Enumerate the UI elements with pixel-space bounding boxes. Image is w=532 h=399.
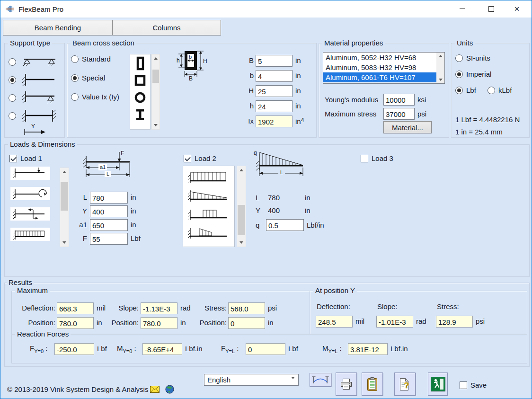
fixed-roller-icon — [19, 91, 58, 105]
minimize-button[interactable] — [451, 0, 473, 17]
globe-icon[interactable] — [165, 385, 174, 394]
max-deflection-pos-value[interactable] — [57, 317, 94, 329]
scroll-up-icon[interactable] — [60, 168, 69, 176]
load2-Y-unit: in — [305, 206, 310, 214]
load2-scrollbar[interactable] — [237, 166, 246, 247]
aty-stress-value[interactable] — [436, 316, 473, 328]
support-option-fixed-fixed[interactable] — [9, 109, 58, 123]
youngs-modulus-input[interactable] — [383, 94, 415, 106]
partial-uniform-load-icon[interactable] — [187, 206, 231, 221]
load1-type-distributed[interactable] — [10, 228, 50, 241]
load2-q-input[interactable] — [266, 219, 304, 231]
scroll-down-icon[interactable] — [60, 239, 69, 247]
partial-trapezoid-load-icon[interactable] — [187, 224, 231, 239]
svg-text:H: H — [203, 58, 207, 64]
triangular-load-icon[interactable] — [187, 187, 231, 203]
print-button[interactable] — [336, 372, 357, 396]
scroll-down-icon[interactable] — [237, 239, 246, 247]
field-H-unit: in — [295, 87, 301, 95]
load2-checkbox-row[interactable]: Load 2 — [184, 154, 216, 162]
material-list-scrollbar[interactable] — [436, 53, 444, 83]
save-checkbox-row[interactable]: Save — [460, 381, 487, 389]
load1-L-input[interactable] — [90, 192, 128, 204]
support-option-simply-supported[interactable] — [9, 55, 58, 69]
option-special[interactable]: Special — [71, 74, 105, 82]
max-deflection-label: Deflection: — [15, 304, 55, 312]
help-button[interactable]: ? — [394, 372, 416, 396]
field-B-input[interactable] — [256, 55, 293, 67]
conversion-lbf: 1 Lbf = 4.4482216 N — [455, 115, 520, 124]
offset-force-icon — [11, 208, 49, 220]
tab-beam-bending[interactable]: Beam Bending — [3, 20, 113, 35]
material-item[interactable]: Aluminum, 5083-H32 HV=98 — [323, 62, 444, 72]
scroll-thumb[interactable] — [238, 205, 245, 235]
load1-type-point-load[interactable] — [10, 167, 50, 180]
close-button[interactable]: × — [506, 0, 528, 17]
option-si-units[interactable]: SI-units — [455, 54, 490, 62]
scroll-thumb[interactable] — [61, 182, 68, 211]
option-klbf[interactable]: kLbf — [488, 86, 512, 94]
rf-fy0-value[interactable] — [54, 343, 94, 355]
shape-list-scrollbar[interactable] — [151, 54, 160, 130]
aty-slope-unit: rad — [416, 317, 426, 325]
language-select[interactable]: English — [204, 374, 299, 386]
exit-button[interactable] — [428, 372, 448, 396]
load2-L-value: 780 — [268, 194, 280, 202]
max-slope-value[interactable] — [141, 302, 177, 314]
rf-my0-value[interactable] — [142, 343, 182, 355]
support-option-cantilever[interactable] — [9, 73, 58, 87]
option-value-ix[interactable]: Value Ix (Iy) — [71, 93, 119, 101]
field-b-input[interactable] — [256, 70, 293, 82]
shape-ibeam-icon[interactable] — [134, 107, 146, 122]
load1-checkbox-row[interactable]: Load 1 — [9, 154, 42, 162]
shape-square-hollow-icon[interactable] — [134, 73, 146, 88]
tab-columns[interactable]: Columns — [113, 20, 221, 35]
material-button[interactable]: Material... — [383, 121, 432, 133]
option-imperial[interactable]: Imperial — [455, 70, 491, 78]
load1-L-label: L — [74, 193, 87, 201]
load1-type-moment[interactable] — [10, 187, 50, 200]
load1-scrollbar[interactable] — [60, 168, 69, 247]
max-stress-input[interactable] — [383, 108, 415, 120]
load1-diagram: F a1 L — [79, 150, 135, 184]
aty-deflection-value[interactable] — [316, 316, 353, 328]
scroll-down-icon[interactable] — [152, 121, 160, 129]
field-Ix-unit: in4 — [295, 117, 304, 125]
clipboard-button[interactable] — [362, 372, 383, 396]
max-stress-pos-value[interactable] — [228, 317, 265, 329]
field-h-input[interactable] — [256, 100, 293, 112]
load3-checkbox-row[interactable]: Load 3 — [361, 154, 393, 162]
scroll-down-icon[interactable] — [436, 76, 444, 83]
scroll-up-icon[interactable] — [152, 54, 160, 62]
load3-checkbox — [361, 155, 368, 162]
mail-icon[interactable] — [150, 386, 160, 393]
field-H-input[interactable] — [256, 85, 293, 97]
rf-myl-value[interactable] — [348, 343, 388, 355]
load1-type-offset-force[interactable] — [10, 207, 50, 221]
max-stress-value[interactable] — [228, 302, 265, 314]
maximize-button[interactable] — [480, 0, 502, 17]
scroll-up-icon[interactable] — [436, 53, 444, 60]
load1-Y-input[interactable] — [90, 205, 128, 217]
support-option-fixed-roller[interactable] — [9, 91, 58, 105]
shape-circle-hollow-icon[interactable] — [134, 90, 146, 105]
aty-slope-value[interactable] — [376, 316, 413, 328]
scroll-thumb[interactable] — [152, 70, 159, 83]
option-lbf[interactable]: Lbf — [455, 86, 476, 94]
shape-list — [130, 54, 151, 130]
rf-fyl-value[interactable] — [246, 343, 285, 355]
material-item-selected[interactable]: Aluminum, 6061-T6 HV=107 — [323, 72, 444, 82]
option-standard[interactable]: Standard — [71, 55, 111, 63]
scroll-up-icon[interactable] — [237, 166, 246, 174]
shape-rect-hollow-icon[interactable] — [134, 56, 146, 71]
uniform-load-icon[interactable] — [187, 169, 231, 184]
load1-F-input[interactable] — [90, 233, 128, 245]
max-slope-pos-value[interactable] — [141, 317, 177, 329]
load1-a1-input[interactable] — [90, 219, 128, 231]
material-item[interactable]: Aluminum, 5052-H32 HV=68 — [323, 53, 444, 62]
aty-deflection-unit: mil — [355, 317, 364, 325]
load2-L-unit: in — [305, 194, 310, 202]
beam-plot-button[interactable] — [310, 373, 331, 387]
max-deflection-value[interactable] — [57, 302, 94, 314]
field-Ix-input[interactable] — [256, 115, 293, 127]
